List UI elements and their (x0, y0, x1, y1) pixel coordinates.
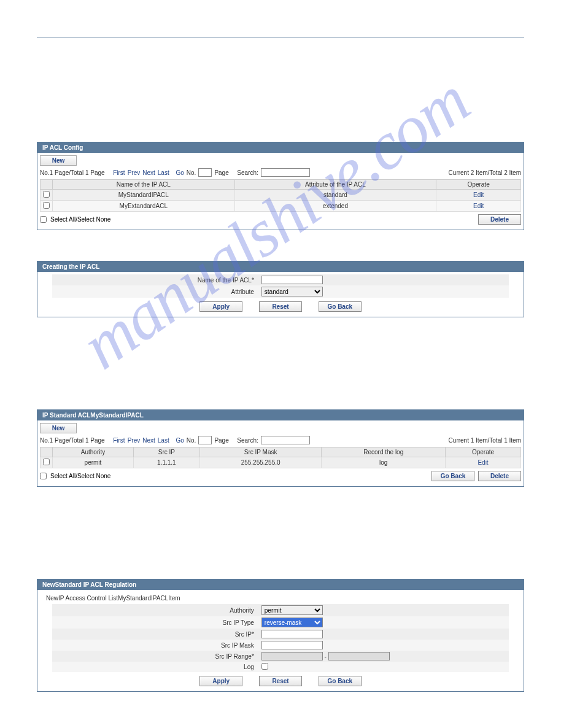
ip-acl-config-panel: IP ACL Config New No.1 Page/Total 1 Page… (37, 142, 524, 230)
new-button[interactable]: New (40, 423, 77, 433)
row-checkbox[interactable] (43, 459, 50, 465)
attr-select[interactable]: standard (261, 287, 323, 296)
pager-no-label: No. (187, 437, 196, 444)
pager-search-input[interactable] (261, 168, 310, 177)
table-row: permit 1.1.1.1 255.255.255.0 log Edit (41, 457, 521, 468)
col-mask: Src IP Mask (199, 447, 322, 457)
pager-info: No.1 Page/Total 1 Page (40, 437, 105, 444)
log-checkbox[interactable] (261, 663, 268, 670)
authority-label: Authority (52, 604, 258, 616)
range-label: Src IP Range* (52, 651, 258, 662)
pager-next[interactable]: Next (142, 437, 155, 444)
pager-first[interactable]: First (113, 437, 125, 444)
mask-label: Src IP Mask (52, 640, 258, 651)
acl-name-input[interactable] (261, 276, 323, 284)
delete-button[interactable]: Delete (478, 471, 521, 481)
panel4-title: NewStandard IP ACL Regulation (37, 579, 524, 590)
pager-page-label: Page (214, 169, 228, 176)
top-rule (37, 37, 524, 37)
panel2-title: Creating the IP ACL (37, 261, 524, 272)
edit-link[interactable]: Edit (473, 203, 484, 209)
col-name: Name of the IP ACL (53, 180, 235, 190)
col-attr: Attribute of the IP ACL (234, 180, 436, 190)
col-op: Operate (446, 447, 521, 457)
select-all-checkbox[interactable] (40, 473, 47, 479)
pager-first[interactable]: First (113, 169, 125, 176)
acl-rules-table: Authority Src IP Src IP Mask Record the … (40, 447, 521, 468)
row-log: log (322, 457, 446, 468)
apply-button[interactable]: Apply (199, 676, 242, 686)
pager-search-label: Search: (237, 169, 258, 176)
pager-page-label: Page (214, 437, 228, 444)
name-label: Name of the IP ACL* (52, 274, 258, 285)
reset-button[interactable]: Reset (259, 301, 302, 312)
row-attr: standard (234, 190, 436, 201)
row-checkbox[interactable] (43, 202, 50, 209)
pager-next[interactable]: Next (142, 169, 155, 176)
row-name: MyExtandardACL (53, 201, 235, 212)
acl-table: Name of the IP ACL Attribute of the IP A… (40, 179, 521, 212)
select-all-label: Select All/Select None (50, 473, 110, 479)
panel4-note: NewIP Access Control ListMyStandardIPACL… (40, 592, 521, 604)
srcip-label: Src IP* (52, 629, 258, 640)
pager-search-input[interactable] (261, 436, 310, 444)
pager-search-label: Search: (237, 437, 258, 444)
pager-last[interactable]: Last (158, 169, 169, 176)
panel1-title: IP ACL Config (37, 142, 524, 153)
col-log: Record the log (322, 447, 446, 457)
pager-count: Current 1 Item/Total 1 Item (449, 437, 521, 444)
row-src: 1.1.1.1 (133, 457, 199, 468)
srctype-select[interactable]: reverse-mask (261, 618, 323, 627)
goback-button[interactable]: Go Back (431, 471, 474, 481)
reset-button[interactable]: Reset (259, 676, 302, 686)
goback-button[interactable]: Go Back (319, 301, 362, 312)
pager-info: No.1 Page/Total 1 Page (40, 169, 105, 176)
edit-link[interactable]: Edit (478, 459, 488, 466)
table-row: MyExtandardACL extended Edit (41, 201, 521, 212)
create-ip-acl-panel: Creating the IP ACL Name of the IP ACL* … (37, 261, 524, 317)
col-auth: Authority (53, 447, 134, 457)
new-regulation-panel: NewStandard IP ACL Regulation NewIP Acce… (37, 579, 524, 692)
pager-prev[interactable]: Prev (128, 169, 141, 176)
range-from-input (261, 652, 323, 660)
pager-count: Current 2 Item/Total 2 Item (449, 169, 521, 176)
row-name: MyStandardIPACL (53, 190, 235, 201)
pager-last[interactable]: Last (158, 437, 169, 444)
range-to-input (328, 652, 390, 660)
log-label: Log (52, 662, 258, 672)
delete-button[interactable]: Delete (478, 214, 521, 225)
standard-acl-panel: IP Standard ACLMyStandardIPACL New No.1 … (37, 409, 524, 487)
table-row: MyStandardIPACL standard Edit (41, 190, 521, 201)
panel3-title: IP Standard ACLMyStandardIPACL (37, 410, 524, 420)
srcip-input[interactable] (261, 630, 323, 638)
pager-page-input[interactable] (198, 436, 212, 444)
select-all-label: Select All/Select None (50, 216, 110, 223)
col-op: Operate (436, 180, 521, 190)
srctype-label: Src IP Type (52, 616, 258, 629)
pager-no-label: No. (187, 169, 196, 176)
apply-button[interactable]: Apply (199, 301, 242, 312)
row-mask: 255.255.255.0 (199, 457, 322, 468)
pager-go[interactable]: Go (176, 437, 184, 444)
authority-select[interactable]: permit (261, 605, 323, 615)
pager-row: No.1 Page/Total 1 Page First Prev Next L… (40, 166, 521, 179)
row-attr: extended (234, 201, 436, 212)
edit-link[interactable]: Edit (473, 192, 484, 198)
pager-page-input[interactable] (198, 168, 212, 177)
pager-go[interactable]: Go (176, 169, 184, 176)
row-auth: permit (53, 457, 134, 468)
new-button[interactable]: New (40, 155, 77, 166)
col-src: Src IP (133, 447, 199, 457)
select-all-checkbox[interactable] (40, 216, 47, 223)
mask-input[interactable] (261, 641, 323, 649)
range-sep: - (325, 653, 327, 660)
row-checkbox[interactable] (43, 191, 50, 198)
pager-prev[interactable]: Prev (128, 437, 141, 444)
pager-row: No.1 Page/Total 1 Page First Prev Next L… (40, 433, 521, 447)
goback-button[interactable]: Go Back (319, 676, 362, 686)
attr-label: Attribute (52, 285, 258, 298)
